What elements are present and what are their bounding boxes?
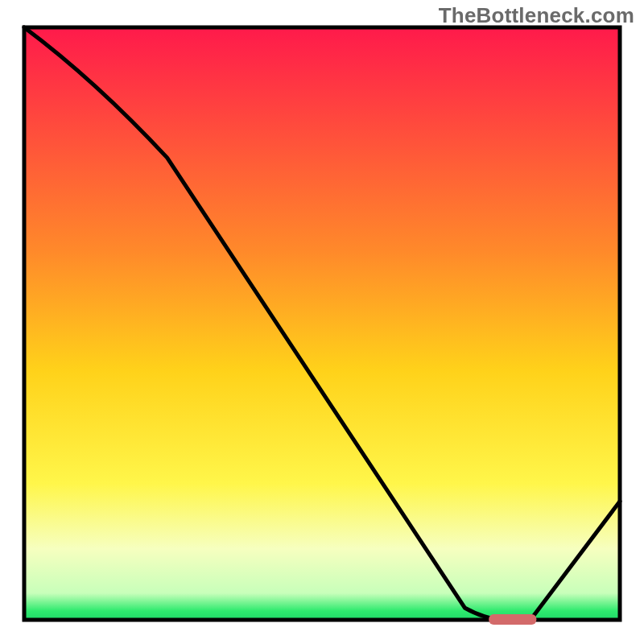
- plot-area: [24, 27, 620, 625]
- chart-container: TheBottleneck.com: [0, 0, 644, 644]
- bottleneck-chart: [0, 0, 644, 644]
- gradient-background: [24, 27, 620, 620]
- optimal-range-marker: [489, 614, 536, 625]
- watermark-text: TheBottleneck.com: [439, 3, 634, 28]
